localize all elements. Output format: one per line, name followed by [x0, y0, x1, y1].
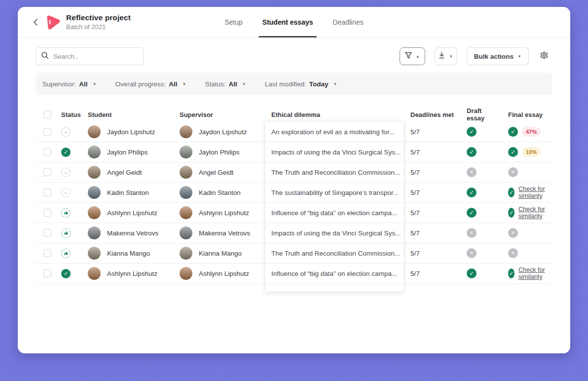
tab-setup[interactable]: Setup	[224, 7, 243, 38]
ethical-dilemma-title: The sustainability of Singapore’s transp…	[271, 189, 399, 196]
filter-overall-progress[interactable]: Overall progress: All ▼	[115, 80, 186, 88]
supervisor-name: Jaylon Philips	[199, 149, 240, 156]
project-logo: t	[45, 15, 60, 30]
student-name: Angel Geidt	[107, 169, 142, 176]
final-essay-done-icon: ✓	[508, 208, 514, 218]
filter-button[interactable]: ▲	[400, 47, 425, 65]
tab-student-essays[interactable]: Student essays	[262, 7, 313, 38]
download-icon	[439, 52, 445, 61]
student-name: Kianna Mango	[107, 250, 150, 257]
supervisor-name: Jaydon Lipshutz	[199, 128, 247, 136]
status-approved-check-icon: ✓	[61, 148, 71, 157]
caret-down-icon: ▼	[183, 82, 186, 86]
funnel-icon	[405, 52, 412, 61]
logo-letter: t	[49, 18, 51, 26]
ethical-dilemma-title: Influence of “big data” on election camp…	[271, 209, 397, 217]
supervisor-name: Ashlynn Lipshutz	[199, 209, 249, 217]
column-header-final-essay: Final essay	[501, 111, 552, 118]
column-header-draft-essay: Draft essay	[460, 107, 501, 122]
deadlines-met-value: 5/7	[410, 128, 420, 136]
table-row[interactable]: – ✓ Jaylon Philips Jaylon Philips Impact…	[36, 142, 552, 162]
settings-button[interactable]	[536, 47, 552, 65]
table-row[interactable]: – ✓ Ashlynn Lipshutz Ashlynn Lipshutz In…	[36, 264, 552, 284]
filter-status[interactable]: Status: All ▼	[205, 80, 246, 88]
row-checkbox[interactable]	[43, 148, 51, 156]
status-pending-icon: –	[61, 168, 71, 177]
filter-value: All	[228, 80, 237, 88]
check-for-similarity-link[interactable]: Check for similarity	[518, 206, 552, 220]
table-row[interactable]: – ✓ Kadin Stanton Kadin Stanton The sust…	[36, 183, 552, 203]
ethical-dilemma-title: Impacts of using the da Vinci Surgical S…	[271, 229, 401, 237]
supervisor-avatar	[180, 166, 192, 179]
app-header: t Reflective project Batch of 2021 Setup…	[18, 7, 570, 38]
final-essay-done-icon: ✓	[508, 127, 518, 137]
row-checkbox[interactable]	[43, 128, 51, 136]
table-row[interactable]: – ✓ Angel Geidt Angel Geidt The Truth an…	[36, 162, 552, 183]
supervisor-avatar	[180, 227, 192, 239]
final-essay-done-icon: ✓	[508, 268, 514, 278]
table-row[interactable]: – ✓ Jaydon Lipshutz Jaydon Lipshutz An e…	[36, 122, 552, 142]
student-avatar	[88, 206, 101, 219]
search-box[interactable]	[36, 47, 144, 65]
deadlines-met-value: 5/7	[410, 169, 420, 176]
draft-essay-done-icon: ✓	[467, 188, 477, 197]
table-row[interactable]: – ✓ Kianna Mango Kianna Mango The Truth …	[36, 243, 552, 264]
ethical-dilemma-title: Influence of “big data” on election camp…	[271, 270, 397, 277]
back-button[interactable]	[30, 16, 41, 28]
filter-label: Supervisor:	[42, 80, 76, 88]
export-button[interactable]: ▼	[435, 47, 457, 65]
tab-deadlines[interactable]: Deadlines	[333, 7, 364, 38]
search-input[interactable]	[53, 53, 132, 60]
supervisor-avatar	[180, 267, 192, 280]
row-checkbox[interactable]	[43, 229, 51, 237]
caret-down-icon: ▼	[449, 54, 453, 59]
row-checkbox[interactable]	[43, 189, 51, 196]
student-avatar	[88, 166, 101, 179]
row-checkbox[interactable]	[43, 209, 51, 217]
table-row[interactable]: – ✓ Makenna Vetrovs Makenna Vetrovs Impa…	[36, 223, 552, 243]
filter-value: All	[79, 80, 87, 88]
students-table: Status Student Supervisor Ethical dilemm…	[36, 107, 552, 284]
filter-last-modified[interactable]: Last modified: Today ▼	[265, 80, 337, 88]
supervisor-name: Ashlynn Lipshutz	[199, 270, 249, 277]
student-avatar	[88, 247, 101, 260]
supervisor-name: Kianna Mango	[199, 250, 242, 257]
page-subtitle: Batch of 2021	[66, 23, 131, 31]
final-essay-done-icon: ✓	[508, 147, 518, 157]
status-pending-icon: –	[61, 188, 71, 197]
draft-essay-done-icon: ✓	[467, 127, 477, 137]
deadlines-met-value: 5/7	[410, 229, 420, 237]
similarity-score-badge: 10%	[522, 147, 541, 157]
row-checkbox[interactable]	[43, 269, 51, 277]
status-review-thumbs-up-icon	[61, 249, 71, 258]
filter-label: Last modified:	[265, 80, 306, 88]
table-body: – ✓ Jaydon Lipshutz Jaydon Lipshutz An e…	[36, 122, 552, 284]
search-icon	[41, 51, 49, 61]
status-pending-icon: –	[61, 127, 71, 137]
draft-essay-missing-icon: ✕	[467, 228, 477, 238]
caret-down-icon: ▼	[242, 82, 246, 86]
draft-essay-missing-icon: ✕	[467, 248, 477, 258]
table-row[interactable]: – ✓ Ashlynn Lipshutz Ashlynn Lipshutz In…	[36, 203, 552, 223]
final-essay-missing-icon: ✕	[508, 248, 518, 258]
column-header-status: Status	[57, 111, 84, 118]
bulk-actions-button[interactable]: Bulk actions ▼	[467, 47, 529, 65]
filter-bar: Supervisor: All ▼ Overall progress: All …	[36, 73, 552, 95]
select-all-checkbox[interactable]	[43, 111, 51, 118]
student-avatar	[88, 227, 101, 239]
deadlines-met-value: 5/7	[410, 250, 420, 257]
ethical-dilemma-title: The Truth and Reconciliation Commission.…	[271, 250, 400, 257]
supervisor-avatar	[180, 146, 192, 158]
caret-up-icon: ▲	[416, 54, 420, 59]
filter-supervisor[interactable]: Supervisor: All ▼	[42, 80, 96, 88]
ethical-dilemma-title: The Truth and Reconciliation Commission.…	[271, 169, 400, 176]
row-checkbox[interactable]	[43, 168, 51, 176]
row-checkbox[interactable]	[43, 249, 51, 257]
final-essay-done-icon: ✓	[508, 188, 514, 197]
tab-bar: Setup Student essays Deadlines	[224, 7, 364, 38]
draft-essay-done-icon: ✓	[467, 208, 477, 218]
column-header-ethical-dilemma: Ethical dilemma	[265, 111, 404, 118]
check-for-similarity-link[interactable]: Check for similarity	[518, 186, 552, 199]
main-window: t Reflective project Batch of 2021 Setup…	[18, 7, 570, 353]
check-for-similarity-link[interactable]: Check for similarity	[518, 267, 552, 280]
